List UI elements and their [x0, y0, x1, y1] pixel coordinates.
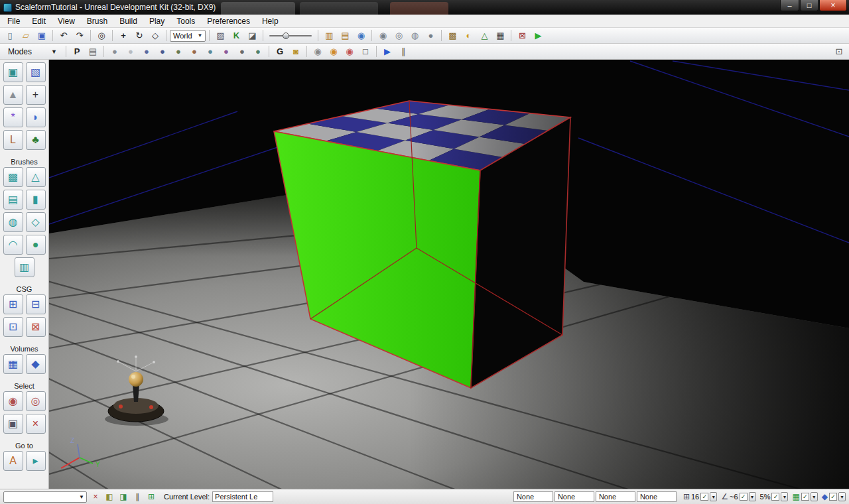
mesh-paint-mode-icon[interactable]: ◗: [26, 107, 46, 127]
viewmode-wireframe-icon[interactable]: ●: [123, 45, 138, 58]
translate-widget-icon[interactable]: +: [116, 29, 131, 42]
viewmode-texture-density-icon[interactable]: ●: [219, 45, 233, 58]
world-properties-icon[interactable]: ◉: [354, 29, 368, 42]
translucent-selection-icon[interactable]: ▨: [213, 29, 228, 42]
find-actors-icon[interactable]: ◎: [94, 29, 109, 42]
camera-top-icon[interactable]: ◎: [391, 29, 406, 42]
drag-grid-checkbox[interactable]: ✓: [700, 493, 708, 501]
menu-preferences[interactable]: Preferences: [201, 15, 256, 27]
scale-widget-icon[interactable]: ◇: [148, 29, 163, 42]
brush-polys-icon[interactable]: □: [358, 45, 373, 58]
camera-side-icon[interactable]: ●: [423, 29, 438, 42]
modes-toolbar-header[interactable]: Modes ▼: [3, 44, 62, 59]
csg-subtract-icon[interactable]: ⊟: [26, 294, 46, 314]
viewmode-detail-lighting-icon[interactable]: ●: [171, 45, 186, 58]
close-button[interactable]: ×: [819, 0, 847, 11]
csg-deintersect-icon[interactable]: ⊠: [26, 317, 46, 337]
viewmode-lighting-only-icon[interactable]: ●: [187, 45, 202, 58]
build-paths-icon[interactable]: △: [477, 29, 491, 42]
goto-builder-brush-icon[interactable]: ▸: [26, 451, 46, 471]
maximize-button[interactable]: □: [800, 0, 818, 11]
volume-list-icon[interactable]: ◆: [26, 354, 46, 374]
foliage-mode-icon[interactable]: ♣: [26, 130, 46, 150]
coordinate-system-dropdown[interactable]: World▼: [170, 30, 206, 42]
camera-speed-slider-handle[interactable]: [283, 32, 289, 39]
status-dropdown[interactable]: ▼: [3, 491, 87, 503]
undo-icon[interactable]: ↶: [56, 29, 71, 42]
add-volume-icon[interactable]: ▦: [3, 354, 23, 374]
status-field-4[interactable]: None: [637, 491, 677, 502]
rotation-grid-checkbox[interactable]: ✓: [740, 493, 748, 501]
builder-cone-icon[interactable]: △: [26, 167, 46, 187]
kismet-icon[interactable]: K: [229, 29, 243, 42]
camera-align-dropdown[interactable]: ▾: [838, 492, 846, 501]
save-level-icon[interactable]: ▣: [34, 29, 49, 42]
viewport-splitter-icon[interactable]: ∥: [396, 45, 411, 58]
select-matching-texture-icon[interactable]: ◎: [26, 391, 46, 411]
status-field-2[interactable]: None: [555, 491, 594, 502]
lock-viewport-icon[interactable]: ◙: [289, 45, 303, 58]
status-field-1[interactable]: None: [513, 491, 553, 502]
spline-mode-icon[interactable]: *: [3, 107, 23, 127]
deselect-all-icon[interactable]: ×: [26, 414, 46, 434]
camera-align-checkbox[interactable]: ✓: [829, 493, 837, 501]
scale-grid-checkbox[interactable]: ✓: [771, 493, 779, 501]
build-geometry-icon[interactable]: ▩: [445, 29, 460, 42]
autosave-checkbox[interactable]: ✓: [801, 493, 809, 501]
viewmode-shader-complexity-icon[interactable]: ●: [235, 45, 249, 58]
minimize-button[interactable]: –: [780, 0, 799, 11]
builder-sphere-icon[interactable]: ●: [26, 235, 46, 255]
record-camera-icon[interactable]: ◉: [342, 45, 357, 58]
camera-perspective-icon[interactable]: ◉: [375, 29, 390, 42]
selection-lock-icon[interactable]: ×: [90, 491, 101, 503]
rotation-grid-dropdown[interactable]: ▾: [749, 492, 756, 501]
texture-align-mode-icon[interactable]: +: [26, 85, 46, 105]
viewmode-brush-wireframe-icon[interactable]: ●: [107, 45, 122, 58]
actor-classes-icon[interactable]: ▤: [338, 29, 352, 42]
realtime-preview-icon[interactable]: ▶: [380, 45, 395, 58]
open-level-icon[interactable]: ▱: [19, 29, 33, 42]
builder-stairs-icon[interactable]: ▤: [3, 190, 23, 210]
splitter-icon[interactable]: ∥: [131, 491, 143, 503]
menu-file[interactable]: File: [1, 15, 26, 27]
terrain-mode-icon[interactable]: ▲: [3, 85, 23, 105]
landscape-mode-icon[interactable]: L: [3, 130, 23, 150]
menu-play[interactable]: Play: [143, 15, 170, 27]
build-all-icon[interactable]: ▦: [493, 29, 507, 42]
screenshot-icon[interactable]: ◉: [326, 45, 341, 58]
menu-help[interactable]: Help: [256, 15, 285, 27]
redo-icon[interactable]: ↷: [72, 29, 87, 42]
scale-grid-dropdown[interactable]: ▾: [781, 492, 788, 501]
play-in-editor-icon[interactable]: ▶: [531, 29, 545, 42]
grid-visibility-icon[interactable]: ⊞: [145, 491, 157, 503]
camera-front-icon[interactable]: ◍: [407, 29, 422, 42]
content-browser-icon[interactable]: ▥: [322, 29, 336, 42]
menu-build[interactable]: Build: [113, 15, 143, 27]
csg-intersect-icon[interactable]: ⊡: [3, 317, 23, 337]
builder-spiral-stairs-icon[interactable]: ◍: [3, 212, 23, 232]
viewmode-lit-icon[interactable]: ●: [155, 45, 170, 58]
matinee-icon[interactable]: ◪: [245, 29, 259, 42]
publish-icon[interactable]: P: [70, 45, 84, 58]
builder-volumetric-icon[interactable]: ▥: [15, 257, 34, 277]
perspective-viewport[interactable]: Y Z: [49, 60, 849, 489]
viewport-layout-icon[interactable]: ▤: [86, 45, 100, 58]
builder-sheet-icon[interactable]: ◇: [26, 212, 46, 232]
dock-toolbar-icon[interactable]: ⊡: [832, 45, 846, 58]
unreal-frontend-icon[interactable]: ⊠: [515, 29, 529, 42]
builder-curved-stairs-icon[interactable]: ◠: [3, 235, 23, 255]
camera-speed-slider[interactable]: [269, 29, 312, 42]
build-lighting-icon[interactable]: ◐: [461, 29, 476, 42]
game-view-icon[interactable]: G: [273, 45, 287, 58]
select-matching-brush-icon[interactable]: ◉: [3, 391, 23, 411]
builder-cylinder-icon[interactable]: ▮: [26, 190, 46, 210]
menu-view[interactable]: View: [52, 15, 81, 27]
viewmode-lightmap-density-icon[interactable]: ●: [251, 45, 265, 58]
select-all-icon[interactable]: ▣: [3, 414, 23, 434]
menu-tools[interactable]: Tools: [170, 15, 201, 27]
menu-edit[interactable]: Edit: [26, 15, 52, 27]
viewport-canvas[interactable]: Y Z: [49, 60, 849, 489]
rotate-widget-icon[interactable]: ↻: [132, 29, 147, 42]
status-field-3[interactable]: None: [596, 491, 635, 502]
drag-grid-dropdown[interactable]: ▾: [710, 492, 717, 501]
